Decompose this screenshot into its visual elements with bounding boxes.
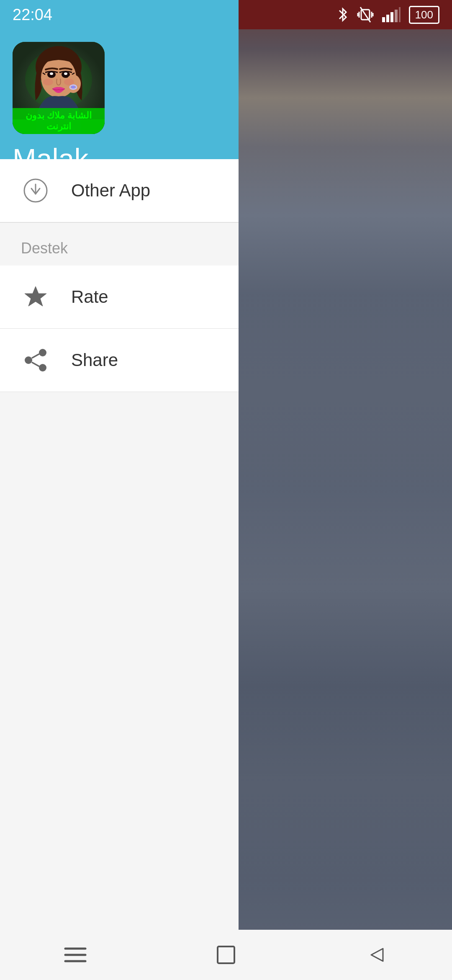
svg-point-29 [25, 356, 32, 364]
battery-icon: 100 [409, 6, 439, 24]
svg-rect-36 [218, 946, 234, 963]
svg-point-30 [39, 364, 46, 371]
rate-label: Rate [71, 287, 108, 307]
app-icon-label: الشابة ملاك بدون انترنت [13, 108, 105, 134]
rate-icon [21, 282, 50, 312]
svg-point-21 [71, 86, 75, 88]
rate-menu-item[interactable]: Rate [0, 266, 239, 329]
share-icon [21, 346, 50, 375]
svg-point-17 [50, 72, 53, 75]
svg-point-18 [64, 72, 67, 75]
svg-line-31 [32, 354, 39, 358]
svg-marker-37 [371, 949, 383, 961]
svg-marker-27 [25, 286, 46, 306]
status-time: 22:04 [13, 6, 52, 24]
bottom-nav [0, 930, 452, 980]
drawer-menu: Other App Destek Rate Share [0, 159, 239, 930]
share-menu-item[interactable]: Share [0, 329, 239, 392]
status-bar-right: 100 [239, 0, 452, 29]
other-app-menu-item[interactable]: Other App [0, 159, 239, 222]
nav-menu-button[interactable] [54, 938, 96, 972]
svg-rect-8 [390, 12, 393, 22]
other-app-icon [21, 176, 50, 205]
svg-rect-9 [395, 10, 398, 22]
nav-back-button[interactable] [356, 938, 398, 972]
app-icon: الشابة ملاك بدون انترنت [13, 42, 105, 134]
share-label: Share [71, 350, 118, 370]
vibrate-icon [357, 6, 374, 23]
right-panel-overlay [239, 0, 452, 980]
svg-point-28 [39, 349, 46, 356]
svg-rect-7 [386, 15, 389, 22]
other-app-label: Other App [71, 181, 150, 201]
svg-rect-6 [382, 17, 385, 22]
svg-line-32 [32, 362, 39, 366]
nav-home-button[interactable] [205, 938, 247, 972]
bluetooth-icon [337, 6, 349, 23]
svg-rect-10 [399, 7, 401, 22]
status-bar-left: 22:04 [0, 0, 239, 29]
svg-point-22 [43, 79, 53, 85]
signal-icon [382, 7, 401, 22]
section-destek-header: Destek [0, 223, 239, 266]
svg-point-23 [64, 79, 74, 85]
app-header: الشابة ملاك بدون انترنت Malak [0, 29, 239, 159]
